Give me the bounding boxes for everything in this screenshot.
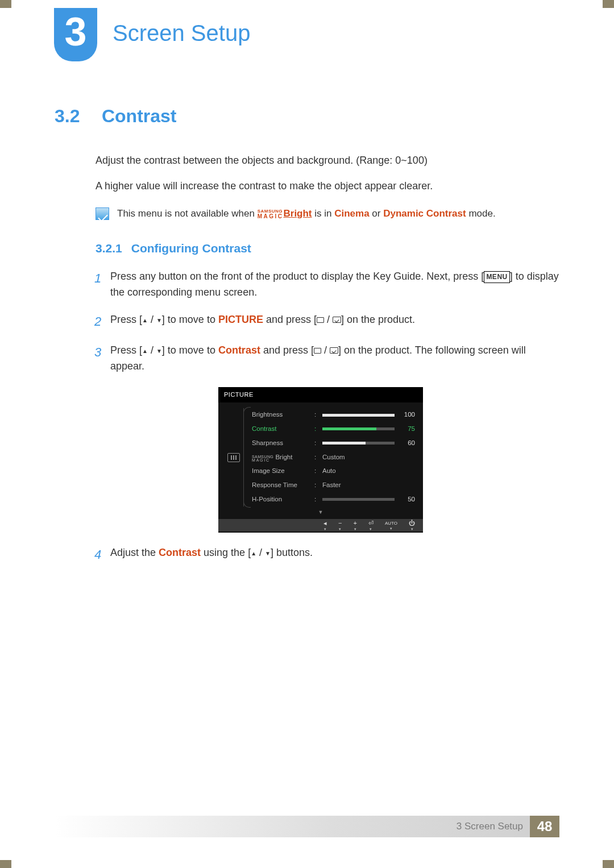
osd-back-icon: ◂▾: [323, 520, 327, 531]
step-text: ] to move to: [162, 344, 218, 356]
osd-screenshot: PICTURE Brightness:100Contrast:75Sharpne…: [218, 387, 423, 533]
osd-row: H-Position:50: [250, 493, 417, 507]
step-text: and press [: [260, 344, 314, 356]
osd-category-icon: [224, 408, 243, 507]
down-icon: ▼: [156, 316, 162, 325]
osd-colon: :: [314, 480, 319, 491]
enter-icon: [330, 347, 338, 354]
osd-row-value: 75: [322, 424, 415, 434]
step-body: Press [▲ / ▼] to move to PICTURE and pre…: [110, 312, 559, 331]
osd-text-value: Faster: [322, 480, 341, 491]
step-text: Press [: [110, 344, 142, 356]
osd-rows: Brightness:100Contrast:75Sharpness:60SAM…: [243, 408, 417, 507]
step-body: Press any button on the front of the pro…: [110, 269, 559, 301]
step-text: using the [: [201, 547, 251, 558]
osd-colon: :: [314, 410, 319, 420]
osd-row: Brightness:100: [250, 408, 417, 422]
osd-slider: [322, 414, 395, 417]
decor-bottom-left: [0, 860, 11, 868]
osd-numeric-value: 50: [399, 495, 415, 505]
intro-paragraph-1: Adjust the contrast between the objects …: [96, 153, 559, 168]
picture-label: PICTURE: [218, 314, 263, 325]
step-number: 3: [94, 343, 110, 533]
samsung-magic-logo: SAMSUNGMAGIC: [258, 209, 284, 219]
step-text: Press [: [110, 314, 142, 325]
osd-row-label: Response Time: [252, 480, 311, 491]
step-text: and press [: [263, 314, 317, 325]
down-icon: ▼: [265, 549, 271, 558]
osd-row-label: H-Position: [252, 495, 311, 505]
section-body: 3.2 Contrast Adjust the contrast between…: [55, 106, 559, 576]
osd-row-value: 100: [322, 410, 415, 420]
osd-colon: :: [314, 466, 319, 476]
osd-row: Response Time:Faster: [250, 479, 417, 493]
magic-text: MAGIC: [258, 213, 284, 219]
osd-numeric-value: 100: [399, 410, 415, 420]
osd-row: Sharpness:60: [250, 436, 417, 450]
osd-row: SAMSUNGMAGIC Bright:Custom: [250, 450, 417, 464]
note-icon: [96, 207, 109, 220]
osd-enter-icon: ⏎▾: [368, 520, 374, 531]
decor-top-left: [0, 0, 11, 8]
magic-bright-label: Bright: [283, 208, 312, 219]
up-icon: ▲: [142, 347, 148, 356]
picture-category-icon: [227, 453, 240, 462]
osd-colon: :: [314, 452, 319, 463]
osd-row-label: Sharpness: [252, 438, 311, 448]
source-icon: [314, 348, 321, 354]
contrast-label: Contrast: [218, 344, 260, 356]
osd-row-label: SAMSUNGMAGIC Bright: [252, 452, 311, 463]
cinema-label: Cinema: [334, 208, 369, 219]
note-text: This menu is not available when SAMSUNGM…: [117, 208, 496, 219]
osd-row-label: Brightness: [252, 410, 311, 420]
step-body: Adjust the Contrast using the [▲ / ▼] bu…: [110, 545, 559, 564]
menu-button-icon: MENU: [484, 271, 509, 283]
footer-chapter-label: 3 Screen Setup: [457, 821, 523, 832]
step-3: 3 Press [▲ / ▼] to move to Contrast and …: [94, 343, 559, 533]
note-or: or: [370, 208, 384, 219]
source-icon: [317, 317, 324, 323]
osd-row-label: Contrast: [252, 424, 311, 434]
up-icon: ▲: [251, 549, 256, 558]
osd-auto-label: AUTO▾: [385, 521, 397, 530]
osd-slider: [322, 498, 395, 501]
osd-minus-icon: −▾: [338, 520, 342, 531]
section-heading: 3.2 Contrast: [55, 106, 559, 127]
step-text: ] buttons.: [271, 547, 313, 558]
chapter-number-badge: 3: [54, 8, 97, 61]
osd-row: Contrast:75: [250, 422, 417, 437]
osd-text-value: Auto: [322, 466, 336, 476]
note-mid: is in: [312, 208, 335, 219]
osd-slider: [322, 427, 395, 430]
osd-row-value: 50: [322, 495, 415, 505]
dynamic-contrast-label: Dynamic Contrast: [383, 208, 466, 219]
osd-plus-icon: +▾: [353, 520, 356, 531]
osd-numeric-value: 75: [399, 424, 415, 434]
subsection-number: 3.2.1: [96, 242, 122, 255]
subsection-heading: 3.2.1Configuring Contrast: [96, 242, 559, 255]
osd-row-value: 60: [322, 438, 415, 448]
contrast-label: Contrast: [159, 547, 201, 558]
section-title: Contrast: [102, 106, 177, 126]
osd-power-icon: ⏻▾: [409, 520, 415, 531]
step-body: Press [▲ / ▼] to move to Contrast and pr…: [110, 343, 559, 533]
enter-icon: [333, 317, 341, 323]
step-number: 1: [94, 269, 110, 301]
intro-paragraph-2: A higher value will increase the contras…: [96, 178, 559, 194]
osd-colon: :: [314, 495, 319, 505]
decor-bottom-right: [603, 860, 614, 868]
osd-colon: :: [314, 424, 319, 434]
osd-row-value: Faster: [322, 480, 415, 491]
step-number: 4: [94, 545, 110, 564]
step-2: 2 Press [▲ / ▼] to move to PICTURE and p…: [94, 312, 559, 331]
step-text: Adjust the: [110, 547, 159, 558]
note-suffix: mode.: [466, 208, 496, 219]
step-text: ] to move to: [162, 314, 218, 325]
steps-list: 1 Press any button on the front of the p…: [94, 269, 559, 564]
section-number: 3.2: [55, 106, 80, 126]
osd-numeric-value: 60: [399, 438, 415, 448]
decor-top-right: [603, 0, 614, 8]
osd-title: PICTURE: [218, 387, 423, 402]
osd-body: Brightness:100Contrast:75Sharpness:60SAM…: [218, 402, 423, 509]
page-footer: 3 Screen Setup 48: [55, 816, 559, 837]
